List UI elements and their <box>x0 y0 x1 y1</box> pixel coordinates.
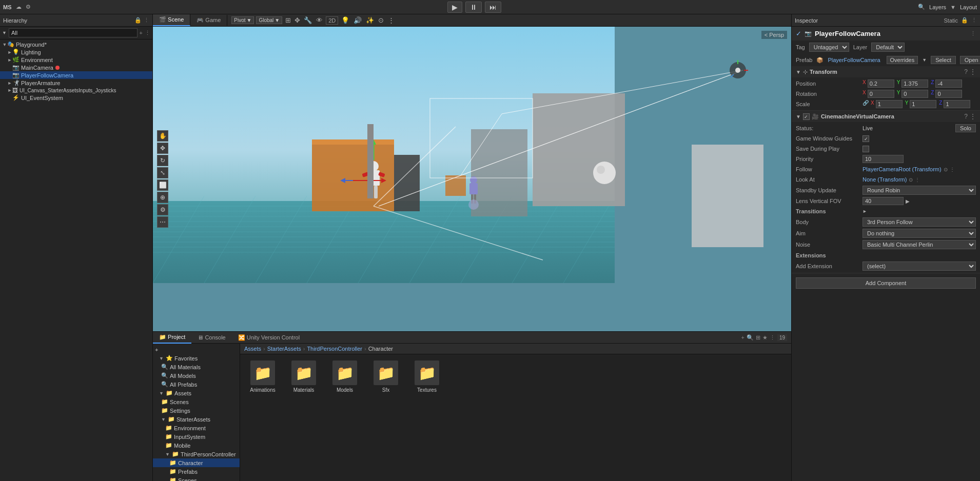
settings-icon[interactable]: ⚙ <box>26 4 31 10</box>
render-icon[interactable]: 👁 <box>315 15 324 25</box>
hierarchy-menu-icon[interactable]: ⋮ <box>144 17 149 24</box>
custom-tool[interactable]: ⚙ <box>157 204 168 215</box>
proj-add-icon[interactable]: + <box>741 334 744 340</box>
pos-y-input[interactable] <box>901 79 928 88</box>
crumb-starter[interactable]: StarterAssets <box>267 346 301 352</box>
proj-star-icon[interactable]: ★ <box>762 334 768 341</box>
add-extension-dropdown[interactable]: (select) <box>863 262 976 271</box>
scale-z-input[interactable] <box>944 100 970 108</box>
look-at-target-icon[interactable]: ⊙ <box>909 177 913 183</box>
global-dropdown[interactable]: Global ▼ <box>256 16 282 24</box>
pos-z-input[interactable] <box>935 79 962 88</box>
object-active-checkbox[interactable]: ✓ <box>796 30 801 37</box>
folder-sfx[interactable]: 📁 Sfx <box>369 360 402 393</box>
transform-menu-icon[interactable]: ⋮ <box>970 68 976 75</box>
body-dropdown[interactable]: 3rd Person Follow <box>863 217 976 227</box>
rot-y-input[interactable] <box>901 90 928 98</box>
2d-btn[interactable]: 2D <box>326 16 338 25</box>
light-icon[interactable]: 💡 <box>340 15 350 25</box>
snap-icon[interactable]: 🔧 <box>303 15 313 25</box>
hierarchy-more-icon[interactable]: ⋮ <box>145 30 150 36</box>
step-button[interactable]: ⏭ <box>485 2 501 13</box>
cinemachine-menu-icon[interactable]: ⋮ <box>970 113 976 120</box>
tree-item-lighting[interactable]: ► 💡 Lighting <box>0 48 152 56</box>
tree-item-playerarmature[interactable]: ► 🤺 PlayerArmature <box>0 79 152 87</box>
layers-label[interactable]: Layers <box>929 4 946 10</box>
tab-game[interactable]: 🎮 Game <box>190 15 227 26</box>
inspector-lock-icon[interactable]: 🔒 <box>961 17 968 24</box>
proj-inputsystem[interactable]: 📁 InputSystem <box>153 432 240 441</box>
select-button[interactable]: Select <box>931 56 956 64</box>
extra-tool[interactable]: ⋯ <box>157 216 168 228</box>
fx-icon[interactable]: ✨ <box>365 15 375 25</box>
proj-starterassets[interactable]: ▼ 📁 StarterAssets <box>153 415 240 424</box>
move-tool[interactable]: ✥ <box>157 143 168 154</box>
tab-scene[interactable]: 🎬 Scene <box>153 14 190 26</box>
proj-mobile[interactable]: 📁 Mobile <box>153 441 240 450</box>
hierarchy-arrow[interactable]: ▼ <box>2 30 7 35</box>
hierarchy-search-input[interactable] <box>9 28 138 37</box>
game-window-guides-checkbox[interactable] <box>863 135 869 142</box>
search-icon[interactable]: 🔍 <box>918 4 925 10</box>
proj-all-materials[interactable]: 🔍 All Materials <box>153 363 240 371</box>
tab-project[interactable]: 📁 Project <box>153 332 191 344</box>
save-during-play-checkbox[interactable] <box>863 146 869 152</box>
pos-x-input[interactable] <box>868 79 894 88</box>
standby-dropdown[interactable]: Round Robin <box>863 186 976 195</box>
scale-y-input[interactable] <box>910 100 936 108</box>
scale-tool[interactable]: ⤡ <box>157 167 168 178</box>
cinemachine-help-icon[interactable]: ? <box>964 113 968 120</box>
folder-models[interactable]: 📁 Models <box>328 360 361 393</box>
rot-z-input[interactable] <box>935 90 962 98</box>
priority-input[interactable] <box>863 155 904 163</box>
transitions-field[interactable]: Transitions ► <box>792 206 980 216</box>
inspector-more-icon[interactable]: ⋮ <box>971 17 977 24</box>
aim-dropdown[interactable]: Do nothing <box>863 229 976 238</box>
pause-button[interactable]: ⏸ <box>465 2 482 13</box>
tag-dropdown[interactable]: Untagged <box>809 43 849 52</box>
proj-scenes[interactable]: 📁 Scenes <box>153 397 240 406</box>
follow-more-icon[interactable]: ⋮ <box>950 167 955 172</box>
cinemachine-checkbox[interactable] <box>803 113 810 120</box>
follow-target-icon[interactable]: ⊙ <box>944 167 948 172</box>
proj-add-btn[interactable]: + <box>153 346 240 354</box>
scene-viewport[interactable]: < Persp ✋ ✥ ↻ ⤡ ⬜ ⊕ ⚙ ⋯ <box>153 27 791 331</box>
more-icon[interactable]: ⋮ <box>387 15 396 25</box>
move-icon[interactable]: ✥ <box>293 15 301 25</box>
scale-x-input[interactable] <box>876 100 903 108</box>
transform-tool[interactable]: ⊕ <box>157 192 168 203</box>
proj-assets-header[interactable]: ▼ 📁 Assets <box>153 389 240 397</box>
solo-button[interactable]: Solo <box>955 124 976 132</box>
hierarchy-add-icon[interactable]: + <box>140 30 143 36</box>
proj-all-prefabs[interactable]: 🔍 All Prefabs <box>153 380 240 389</box>
hierarchy-lock-icon[interactable]: 🔒 <box>134 17 142 24</box>
proj-character[interactable]: 📁 Character <box>153 458 240 467</box>
proj-thirdperson[interactable]: ▼ 📁 ThirdPersonController <box>153 450 240 458</box>
add-component-button[interactable]: Add Component <box>796 277 976 289</box>
look-at-more-icon[interactable]: ⋮ <box>915 177 920 183</box>
tab-unity-version-control[interactable]: 🔀 Unity Version Control <box>232 332 306 343</box>
proj-more-icon[interactable]: ⋮ <box>770 334 775 341</box>
rot-x-input[interactable] <box>868 90 894 98</box>
tree-item-ui-eventsystem[interactable]: ⚡ UI_EventSystem <box>0 94 152 102</box>
crumb-thirdperson[interactable]: ThirdPersonController <box>307 346 362 352</box>
proj-scenes2[interactable]: 📁 Scenes <box>153 476 240 481</box>
crumb-assets[interactable]: Assets <box>244 346 261 352</box>
proj-search-icon[interactable]: 🔍 <box>747 334 754 341</box>
tree-item-environment[interactable]: ► 🌿 Environment <box>0 56 152 64</box>
hand-tool[interactable]: ✋ <box>157 130 168 142</box>
tree-item-playerfollow[interactable]: 📷 PlayerFollowCamera <box>0 71 152 79</box>
transform-help-icon[interactable]: ? <box>964 68 968 75</box>
proj-environment[interactable]: 📁 Environment <box>153 424 240 432</box>
folder-textures[interactable]: 📁 Textures <box>410 360 443 393</box>
folder-animations[interactable]: 📁 Animations <box>246 360 279 393</box>
cinemachine-header[interactable]: ▼ 🎥 CinemachineVirtualCamera ? ⋮ <box>792 111 980 122</box>
proj-filter-icon[interactable]: ⊞ <box>756 334 760 341</box>
overrides-button[interactable]: Overrides <box>887 56 918 64</box>
hidden-icon[interactable]: ⊙ <box>377 15 385 25</box>
proj-favorites-header[interactable]: ▼ ⭐ Favorites <box>153 354 240 363</box>
tree-item-maincamera[interactable]: 📷 MainCamera <box>0 64 152 71</box>
layer-dropdown[interactable]: Default <box>871 43 905 52</box>
audio-icon[interactable]: 🔊 <box>352 15 363 25</box>
pivot-dropdown[interactable]: Pivot ▼ <box>231 16 254 24</box>
